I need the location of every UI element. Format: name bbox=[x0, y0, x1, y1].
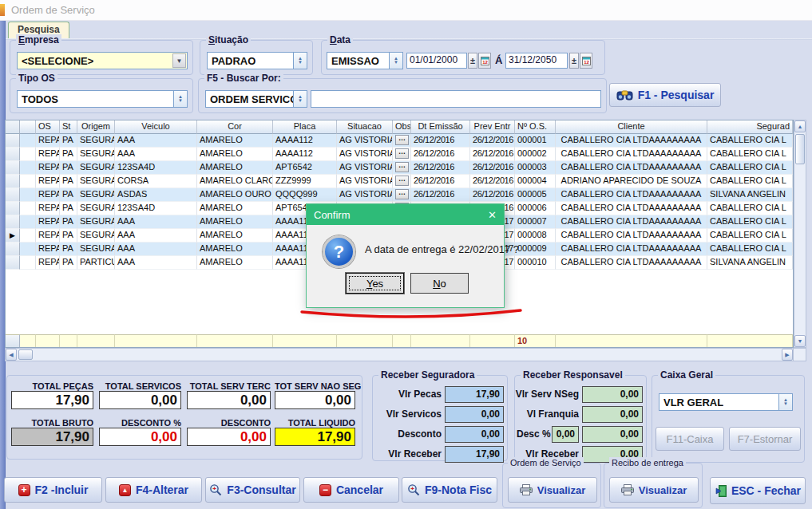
f7-estornar-button[interactable]: F7-Estornar bbox=[729, 427, 801, 451]
table-row[interactable]: REPA PA SEGURAD CORSA AMARELO CLARO ZZZ9… bbox=[6, 175, 793, 188]
vertical-scroll-thumb[interactable] bbox=[795, 134, 805, 164]
edit-icon: ▲ bbox=[119, 484, 131, 496]
column-header-cliente[interactable]: Cliente bbox=[556, 120, 707, 134]
visualizar-os-button[interactable]: Visualizar bbox=[508, 477, 597, 503]
cell-cliente: CABALLERO CIA LTDAAAAAAAAA bbox=[556, 161, 707, 175]
date-from-spin-button[interactable]: ± bbox=[468, 53, 477, 69]
window-titlebar: Ordem de Serviço bbox=[0, 0, 812, 21]
cell-veiculo: CORSA bbox=[115, 175, 197, 188]
row-select-cell[interactable] bbox=[20, 202, 36, 215]
data-tipo-select[interactable]: EMISSAO ▲▼ bbox=[327, 52, 403, 69]
row-select-cell[interactable] bbox=[20, 188, 36, 202]
column-header-num-os[interactable]: Nº O.S. bbox=[515, 120, 556, 134]
buscar-por-value: ORDEM SERVICO bbox=[210, 93, 293, 105]
scroll-down-button[interactable]: ▼ bbox=[794, 335, 806, 347]
column-header-origem[interactable]: Origem bbox=[77, 120, 115, 134]
desconto-pct-value: 0,00 bbox=[99, 428, 181, 446]
f4-alterar-button[interactable]: ▲ F4-Alterar bbox=[105, 477, 202, 503]
row-select-cell[interactable] bbox=[20, 134, 36, 148]
f2-incluir-button[interactable]: + F2 -Incluir bbox=[4, 477, 102, 503]
search-input[interactable] bbox=[311, 90, 601, 108]
table-row[interactable]: REPA PA SEGURAD 123SA4D AMARELO APT6542 … bbox=[6, 161, 793, 175]
obs-ellipsis-button[interactable]: … bbox=[395, 162, 409, 172]
desc-pct-value2: 0,00 bbox=[582, 426, 643, 443]
obs-ellipsis-button[interactable]: … bbox=[395, 176, 409, 186]
spinner-icon[interactable]: ▲▼ bbox=[389, 53, 402, 69]
obs-ellipsis-button[interactable]: … bbox=[395, 135, 409, 145]
row-select-cell[interactable] bbox=[20, 243, 36, 256]
row-select-cell[interactable] bbox=[20, 148, 36, 161]
date-to-spin-button[interactable]: ± bbox=[569, 53, 579, 69]
f11-caixa-button[interactable]: F11-Caixa bbox=[656, 427, 724, 451]
cell-cliente: CABALLERO CIA LTDAAAAAAAAA bbox=[556, 134, 707, 148]
date-from-input[interactable]: 01/01/2000 bbox=[406, 53, 467, 69]
column-header-st[interactable]: St bbox=[60, 120, 77, 134]
scroll-up-button[interactable]: ▲ bbox=[794, 120, 806, 132]
table-row[interactable]: REPA PA SEGURAD AAA AMARELO AAAA112 AG V… bbox=[6, 148, 793, 161]
column-header-situacao[interactable]: Situacao bbox=[337, 120, 393, 134]
date-from-calendar-button[interactable]: 12 bbox=[478, 53, 491, 69]
spinner-icon[interactable]: ▲▼ bbox=[293, 53, 307, 69]
column-header-veiculo[interactable]: Veiculo bbox=[115, 120, 197, 134]
column-header-placa[interactable]: Placa bbox=[273, 120, 337, 134]
row-select-cell[interactable] bbox=[20, 215, 36, 229]
close-icon[interactable]: ✕ bbox=[488, 209, 497, 221]
cell-dt-emissao: 26/12/2016 bbox=[411, 175, 470, 188]
column-header-dt-emissao[interactable]: Dt Emissão bbox=[411, 120, 470, 134]
tipo-os-select[interactable]: TODOS ▲▼ bbox=[17, 90, 188, 108]
situacao-select[interactable]: PADRAO ▲▼ bbox=[207, 52, 307, 69]
column-header-obs[interactable]: Obs. bbox=[393, 120, 411, 134]
vlr-receber-seg-value: 17,90 bbox=[445, 446, 504, 463]
spinner-icon[interactable]: ▲▼ bbox=[778, 394, 792, 410]
column-header-cor[interactable]: Cor bbox=[197, 120, 273, 134]
date-to-input[interactable]: 31/12/2050 bbox=[505, 53, 568, 69]
horizontal-scroll-thumb[interactable] bbox=[18, 349, 33, 360]
column-header-prev-entr[interactable]: Prev Entr bbox=[470, 120, 515, 134]
visualizar-recibo-button[interactable]: Visualizar bbox=[609, 477, 699, 503]
yes-button[interactable]: Yes bbox=[346, 273, 404, 294]
cancelar-button[interactable]: − Cancelar bbox=[303, 477, 399, 503]
obs-ellipsis-button[interactable]: … bbox=[395, 189, 409, 199]
no-button[interactable]: No bbox=[410, 273, 469, 294]
empresa-label: Empresa bbox=[16, 34, 61, 45]
date-to-calendar-button[interactable]: 12 bbox=[580, 53, 592, 69]
spinner-icon[interactable]: ▲▼ bbox=[173, 91, 187, 107]
footer-cell bbox=[470, 334, 515, 347]
f1-pesquisar-button[interactable]: F1 - Pesquisar bbox=[609, 83, 721, 107]
f9-nota-fiscal-button[interactable]: + F9-Nota Fisc bbox=[402, 477, 497, 503]
dropdown-arrow-icon[interactable]: ▼ bbox=[172, 53, 186, 68]
vlr-pecas-label: Vlr Pecas bbox=[374, 389, 442, 400]
vertical-scrollbar[interactable]: ▲ ▼ bbox=[794, 120, 806, 348]
f3-consultar-label: F3-Consultar bbox=[227, 483, 295, 496]
column-header-segurad[interactable]: Segurad bbox=[707, 120, 793, 134]
spinner-icon[interactable]: ▲▼ bbox=[293, 91, 307, 107]
buscar-por-select[interactable]: ORDEM SERVICO ▲▼ bbox=[205, 90, 307, 108]
scroll-right-button[interactable]: ▶ bbox=[782, 349, 793, 361]
table-row[interactable]: REPA PA SEGURAD AAA AMARELO AAAA112 AG V… bbox=[6, 134, 793, 148]
empresa-select[interactable]: <SELECIONE> ▼ bbox=[17, 52, 188, 69]
row-indicator bbox=[6, 243, 20, 256]
obs-ellipsis-button[interactable]: … bbox=[395, 148, 409, 159]
caixa-geral-select[interactable]: VLR GERAL ▲▼ bbox=[659, 393, 793, 411]
row-select-cell[interactable] bbox=[20, 175, 36, 188]
dialog-body: ? A data de entrega é 22/02/2017 ? Yes N… bbox=[307, 225, 504, 308]
row-select-cell[interactable] bbox=[20, 161, 36, 175]
recibo-entrega-print-group: Recibo de entrega Visualizar bbox=[604, 463, 703, 508]
row-indicator bbox=[6, 161, 20, 175]
table-row[interactable]: REPA PA SEGURAD ASDAS AMARELO OURO QQQQ9… bbox=[6, 188, 793, 202]
f3-consultar-button[interactable]: + F3-Consultar bbox=[205, 477, 300, 503]
horizontal-scrollbar[interactable]: ◀ ▶ bbox=[5, 348, 794, 361]
cell-situacao: AG VISTORIA bbox=[337, 148, 393, 161]
total-pecas-label: TOTAL PEÇAS bbox=[11, 381, 93, 391]
column-header-os[interactable]: OS bbox=[36, 120, 60, 134]
scroll-left-button[interactable]: ◀ bbox=[6, 349, 17, 361]
groupbox-buscar-por: F5 - Buscar Por: ORDEM SERVICO ▲▼ bbox=[198, 78, 607, 113]
esc-fechar-button[interactable]: ESC - Fechar bbox=[710, 477, 806, 504]
row-select-cell[interactable] bbox=[20, 256, 36, 270]
dialog-titlebar[interactable]: Confirm ✕ bbox=[307, 204, 504, 225]
cell-origem: SEGURAD bbox=[77, 215, 115, 229]
cell-dt-emissao: 26/12/2016 bbox=[411, 134, 470, 148]
row-select-cell[interactable] bbox=[20, 229, 36, 243]
cell-segurad: CABALLERO CIA L bbox=[707, 161, 793, 175]
cell-veiculo: 123SA4D bbox=[115, 202, 197, 215]
